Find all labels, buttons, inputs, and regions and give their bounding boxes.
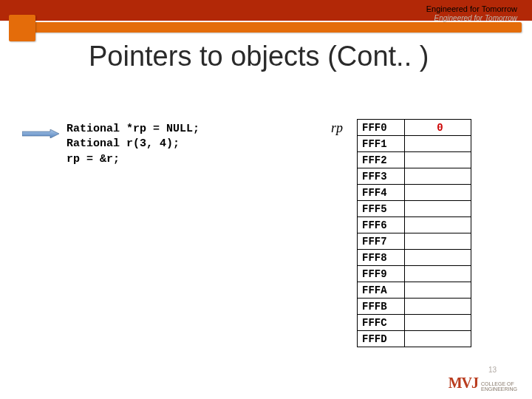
accent-square [9,15,35,41]
mem-val [405,282,471,299]
mem-addr: FFF6 [358,217,405,233]
mem-val [405,331,471,347]
mem-val [405,185,471,201]
mem-val [405,168,471,185]
logo-text: COLLEGE OF ENGINEERING [481,381,517,392]
mem-addr: FFFB [358,299,405,315]
table-row: FFF1 [358,136,471,152]
mem-addr: FFF1 [358,136,405,152]
slide-title: Pointers to objects (Cont.. ) [89,41,429,72]
tagline-top: Engineered for Tomorrow [426,4,517,13]
table-row: FFFC [358,315,471,331]
mem-addr: FFF2 [358,152,405,168]
mem-val [405,266,471,282]
mem-addr: FFF7 [358,233,405,250]
table-row: FFFA [358,282,471,299]
mem-addr: FFF9 [358,266,405,282]
mem-val [405,201,471,217]
table-row: FFF8 [358,250,471,266]
arrow-right-icon [22,129,59,138]
mem-val [405,250,471,266]
code-line-3: rp = &r; [66,153,120,166]
mem-addr: FFF0 [358,120,405,136]
logo-text-2: ENGINEERING [481,386,517,392]
table-row: FFF00 [358,120,471,136]
mem-val [405,136,471,152]
logo-text-1: COLLEGE OF [481,381,514,386]
mem-addr: FFFA [358,282,405,299]
footer-logo: MVJ COLLEGE OF ENGINEERING [449,375,517,392]
memory-table: FFF00 FFF1 FFF2 FFF3 FFF4 FFF5 FFF6 FFF7… [357,119,471,347]
logo-mark: MVJ [449,375,478,392]
table-row: FFF6 [358,217,471,233]
mem-addr: FFFD [358,331,405,347]
mem-val [405,299,471,315]
table-row: FFF2 [358,152,471,168]
mem-addr: FFFC [358,315,405,331]
pointer-label: rp [331,120,343,136]
table-row: FFF9 [358,266,471,282]
table-row: FFF5 [358,201,471,217]
mem-addr: FFF5 [358,201,405,217]
tagline-sub: Engineered for Tomorrow [434,14,517,22]
svg-marker-0 [22,129,59,138]
mem-addr: FFF8 [358,250,405,266]
mem-addr: FFF4 [358,185,405,201]
table-row: FFFD [358,331,471,347]
mem-val [405,152,471,168]
slide-number: 13 [488,366,497,374]
code-block: Rational *rp = NULL; Rational r(3, 4); r… [66,122,200,167]
accent-ribbon [22,22,522,33]
table-row: FFF4 [358,185,471,201]
mem-addr: FFF3 [358,168,405,185]
mem-val [405,217,471,233]
table-row: FFFB [358,299,471,315]
code-line-2: Rational r(3, 4); [66,137,180,150]
mem-val [405,233,471,250]
code-line-1: Rational *rp = NULL; [66,123,200,135]
table-row: FFF3 [358,168,471,185]
table-row: FFF7 [358,233,471,250]
mem-val: 0 [405,120,471,136]
mem-val [405,315,471,331]
